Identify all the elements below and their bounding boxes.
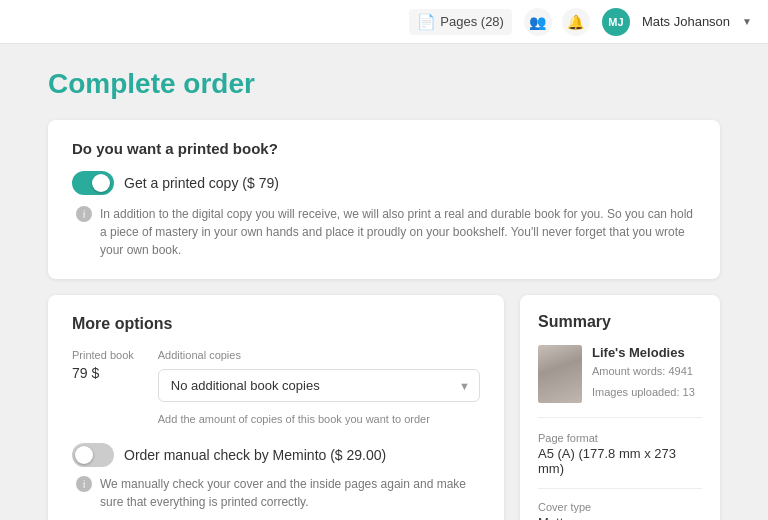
additional-copies-hint: Add the amount of copies of this book yo… [158, 412, 480, 427]
summary-title: Summary [538, 313, 702, 331]
page-title: Complete order [48, 68, 720, 100]
summary-card: Summary Life's Melodies Amount words: 49… [520, 295, 720, 520]
manual-check-label: Order manual check by Meminto ($ 29.00) [124, 447, 386, 463]
cover-type-value: Matt [538, 515, 702, 520]
bell-icon-btn[interactable]: 🔔 [562, 8, 590, 36]
printed-book-card: Do you want a printed book? Get a printe… [48, 120, 720, 279]
additional-copies-label: Additional copies [158, 349, 480, 361]
people-icon-btn[interactable]: 👥 [524, 8, 552, 36]
chevron-down-icon[interactable]: ▼ [742, 16, 752, 27]
more-options-card: More options Printed book 79 $ Additiona… [48, 295, 504, 520]
printed-toggle-row: Get a printed copy ($ 79) [72, 171, 696, 195]
printed-toggle[interactable] [72, 171, 114, 195]
page-format-label: Page format [538, 432, 702, 444]
printed-book-question: Do you want a printed book? [72, 140, 696, 157]
info-icon: i [76, 206, 92, 222]
manual-check-info: i We manually check your cover and the i… [76, 475, 480, 511]
printed-book-row: Printed book 79 $ Additional copies No a… [72, 349, 480, 427]
additional-copies-group: Additional copies No additional book cop… [158, 349, 480, 427]
more-options-title: More options [72, 315, 480, 333]
printed-book-price-group: Printed book 79 $ [72, 349, 134, 381]
manual-check-option: Order manual check by Meminto ($ 29.00) … [72, 443, 480, 511]
book-thumbnail [538, 345, 582, 403]
info-icon-manual: i [76, 476, 92, 492]
two-col-layout: More options Printed book 79 $ Additiona… [48, 295, 720, 520]
additional-copies-select-wrapper: No additional book copies ▼ [158, 369, 480, 402]
bell-icon: 🔔 [567, 14, 584, 30]
user-name: Mats Johanson [642, 14, 730, 29]
printed-book-info-text: In addition to the digital copy you will… [100, 205, 696, 259]
cover-type-label: Cover type [538, 501, 702, 513]
manual-check-toggle[interactable] [72, 443, 114, 467]
book-images: Images uploaded: 13 [592, 384, 695, 402]
pages-label: Pages (28) [440, 14, 504, 29]
book-words: Amount words: 4941 [592, 363, 695, 381]
book-info: Life's Melodies Amount words: 4941 Image… [592, 345, 695, 403]
page-format-section: Page format A5 (A) (177.8 mm x 273 mm) [538, 432, 702, 489]
summary-book-row: Life's Melodies Amount words: 4941 Image… [538, 345, 702, 418]
more-options-section: More options Printed book 79 $ Additiona… [48, 295, 504, 520]
book-name: Life's Melodies [592, 345, 695, 360]
printed-toggle-label: Get a printed copy ($ 79) [124, 175, 279, 191]
manual-check-toggle-row: Order manual check by Meminto ($ 29.00) [72, 443, 480, 467]
cover-type-section: Cover type Matt [538, 501, 702, 520]
page-format-value: A5 (A) (177.8 mm x 273 mm) [538, 446, 702, 476]
printed-book-label: Printed book [72, 349, 134, 361]
summary-section: Summary Life's Melodies Amount words: 49… [520, 295, 720, 520]
topnav-icons: 👥 🔔 [524, 8, 590, 36]
printed-book-info: i In addition to the digital copy you wi… [76, 205, 696, 259]
avatar: MJ [602, 8, 630, 36]
additional-copies-select[interactable]: No additional book copies [158, 369, 480, 402]
topnav: 📄 Pages (28) 👥 🔔 MJ Mats Johanson ▼ [0, 0, 768, 44]
main-content: Complete order Do you want a printed boo… [0, 44, 768, 520]
manual-check-info-text: We manually check your cover and the ins… [100, 475, 480, 511]
printed-book-price: 79 $ [72, 365, 134, 381]
people-icon: 👥 [529, 14, 546, 30]
pages-counter[interactable]: 📄 Pages (28) [409, 9, 512, 35]
pages-icon: 📄 [417, 13, 436, 31]
